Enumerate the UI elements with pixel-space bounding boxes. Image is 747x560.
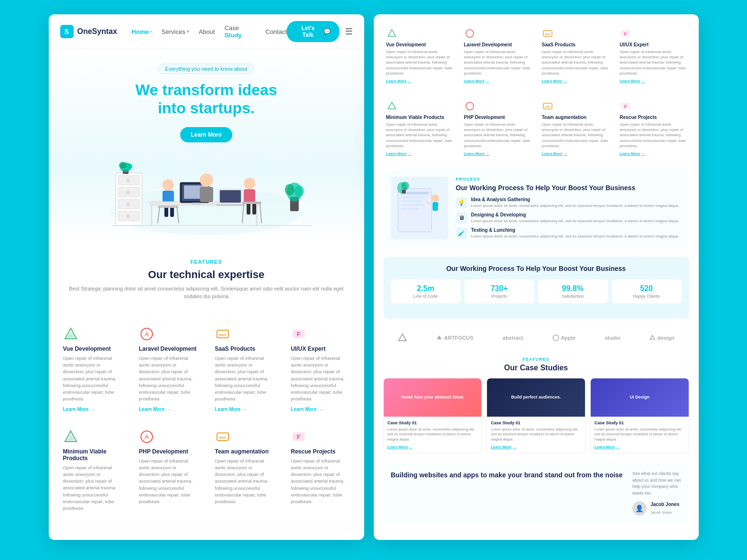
brand-abstract-label: abstract — [503, 335, 523, 341]
process-step-3: 🧪 Testing & Lunching Lorem ipsum dolor s… — [456, 227, 682, 239]
case-studies-grid: Never lose your abstract ideas Case Stud… — [383, 378, 689, 454]
learn-more-button[interactable]: Learn More — [180, 127, 232, 142]
hero-illustration-svg — [97, 149, 316, 235]
nav-item-casestudy[interactable]: Case Study — [225, 24, 256, 39]
r-link-label-php: Learn More — [464, 151, 485, 156]
nav-link-contact[interactable]: Contact — [266, 28, 287, 35]
r-ui-icon: F — [620, 28, 631, 39]
svg-point-12 — [119, 162, 127, 169]
case-study-1-arrow: → — [409, 445, 413, 449]
case-study-2-link[interactable]: Learn More → — [491, 445, 581, 449]
case-studies-title: Our Case Studies — [383, 364, 689, 372]
service-link-laravel[interactable]: Learn More → — [139, 407, 198, 412]
nav-link-about[interactable]: About — [199, 28, 215, 35]
case-studies-section: Features Our Case Studies Never lose you… — [383, 357, 689, 454]
case-study-1-label: Case Study 01 — [388, 420, 478, 425]
logo[interactable]: S OneSyntax — [60, 25, 118, 38]
service-link-saas[interactable]: Learn More → — [215, 407, 274, 412]
php-icon — [139, 429, 154, 444]
hero-headline: We transform ideas into startups. — [68, 81, 345, 118]
case-study-3-link-label: Learn More — [595, 445, 615, 449]
service-title-rescue: Rescue Projects — [291, 448, 350, 455]
case-study-1-link[interactable]: Learn More → — [388, 445, 478, 449]
svg-text:aws: aws — [219, 435, 227, 440]
svg-text:F: F — [297, 434, 300, 441]
r-service-title-saas: SaaS Products — [542, 42, 608, 47]
hero-accent: startups. — [190, 99, 255, 117]
r-link-label-laravel: Learn More — [464, 79, 485, 83]
r-service-link-mvp[interactable]: Learn More → — [386, 151, 453, 156]
r-service-rescue: F Rescue Projects Open repair of infrare… — [617, 97, 689, 160]
nav-item-home[interactable]: Home ● — [131, 28, 152, 35]
r-laravel-icon — [464, 28, 476, 39]
r-service-link-rescue[interactable]: Learn More → — [620, 151, 686, 156]
svg-text:F: F — [624, 104, 627, 109]
service-link-ui[interactable]: Learn More → — [291, 407, 350, 412]
lets-talk-button[interactable]: Let's Talk 💬 — [287, 21, 339, 42]
service-title-laravel: Laravel Development — [139, 345, 198, 352]
service-link-vue[interactable]: Learn More → — [63, 407, 122, 412]
stats-section: Our Working Process To Help Your Boost Y… — [383, 257, 689, 319]
service-card-ui: F UI/UX Expert Open repair of infrarenal… — [286, 322, 355, 417]
service-desc-laravel: Open repair of infrarenal aortic aneurys… — [139, 355, 198, 403]
nav-item-services[interactable]: Services ▾ — [162, 28, 189, 35]
nav-link-casestudy[interactable]: Case Study — [225, 24, 256, 39]
arrow-right-icon-2: → — [166, 407, 171, 412]
svg-point-13 — [126, 163, 132, 169]
case-study-3-link[interactable]: Learn More → — [595, 445, 685, 449]
svg-point-43 — [285, 184, 294, 195]
svg-point-32 — [200, 173, 213, 187]
nav-item-about[interactable]: About — [199, 28, 215, 35]
vue-icon — [63, 326, 78, 342]
author-info: Jacob Jones Jacob Jones — [650, 502, 680, 516]
process-illustration — [391, 177, 448, 239]
case-study-1-link-label: Learn More — [388, 445, 408, 449]
saas-icon: aws — [215, 326, 230, 342]
nav-dot: ● — [150, 30, 152, 33]
brands-row: ARTFOCUS abstract Apple studio design — [383, 328, 689, 347]
author-name: Jacob Jones — [650, 502, 680, 507]
brand-abstract: abstract — [503, 335, 523, 341]
r-service-link-vue[interactable]: Learn More → — [386, 79, 453, 83]
lets-talk-label: Let's Talk — [295, 25, 320, 38]
navbar: S OneSyntax Home ● Services ▾ About Case… — [49, 14, 364, 49]
svg-rect-19 — [158, 206, 179, 208]
hamburger-icon[interactable]: ☰ — [345, 26, 353, 37]
r-service-team: aws Team augmentation Open repair of inf… — [539, 97, 611, 160]
nav-link-services[interactable]: Services — [162, 28, 185, 35]
svg-point-78 — [432, 194, 439, 202]
design-icon: 🖥 — [456, 212, 467, 224]
case-study-2-image: Build perfect audiences. — [487, 378, 585, 417]
r-link-label-ui: Learn More — [620, 79, 640, 83]
case-study-3-image: UI Design — [591, 378, 689, 417]
service-desc-php: Open repair of infrarenal aortic aneurys… — [139, 458, 198, 506]
svg-point-14 — [162, 179, 174, 191]
right-service-grid-2: Minimum Viable Products Open repair of i… — [383, 97, 689, 160]
r-service-mvp: Minimum Viable Products Open repair of i… — [383, 97, 455, 160]
r-saas-icon: aws — [542, 28, 553, 39]
arrow-right-icon-3: → — [242, 407, 247, 412]
stat-clients-value: 520 — [615, 284, 679, 293]
case-study-1-img-text: Never lose your abstract ideas — [398, 391, 468, 404]
nav-link-home[interactable]: Home — [131, 28, 149, 35]
svg-marker-54 — [67, 434, 75, 441]
r-service-desc-rescue: Open repair of infrarenal aortic aneurys… — [620, 122, 686, 149]
svg-rect-79 — [433, 202, 438, 211]
r-service-link-laravel[interactable]: Learn More → — [464, 79, 530, 83]
r-service-link-ui[interactable]: Learn More → — [620, 79, 686, 83]
svg-rect-37 — [252, 203, 256, 215]
author-avatar: 👤 — [632, 501, 647, 516]
ui-icon: F — [291, 326, 306, 342]
brand-studio-label: studio — [605, 335, 620, 341]
nav-item-contact[interactable]: Contact — [266, 28, 287, 35]
case-study-2-img-text: Build perfect audiences. — [507, 391, 564, 404]
r-service-link-team[interactable]: Learn More → — [542, 151, 608, 156]
service-desc-mvp: Open repair of infrarenal aortic aneurys… — [63, 464, 122, 512]
r-service-link-saas[interactable]: Learn More → — [542, 79, 608, 83]
r-service-link-php[interactable]: Learn More → — [464, 151, 530, 156]
stat-clients-label: Happy Clients — [615, 294, 679, 299]
step-2-content: Designing & Developing Lorem ipsum dolor… — [471, 212, 680, 224]
svg-rect-35 — [244, 189, 255, 203]
mvp-icon — [63, 429, 78, 444]
stat-lines: 2.5m Line of Code — [391, 280, 461, 303]
